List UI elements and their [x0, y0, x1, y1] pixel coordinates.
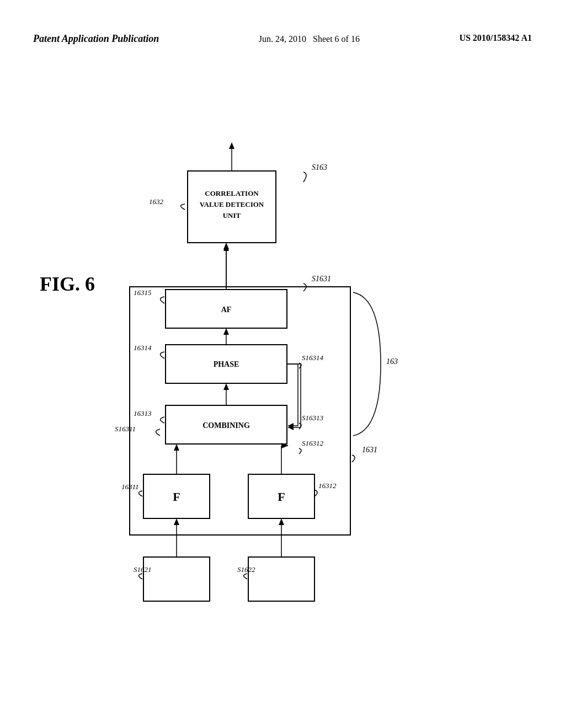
bracket-1632 [181, 204, 185, 210]
label-s1621: S1621 [134, 565, 152, 574]
arrowhead-fleft-combining [174, 444, 179, 451]
header-publication-label: Patent Application Publication [33, 33, 159, 45]
arrowhead-corr-up [229, 142, 234, 149]
label-s1631: S1631 [312, 275, 331, 283]
label-s16315: 16315 [134, 288, 152, 297]
bracket-1631 [352, 455, 355, 462]
bracket-s16311 [156, 429, 161, 436]
bracket-16314 [161, 352, 165, 358]
label-16312-fbox: 16312 [318, 481, 337, 490]
arrowhead-phase-af [223, 328, 229, 335]
bracket-16311 [139, 491, 143, 496]
label-16311: 16311 [121, 483, 139, 491]
arrowhead-combining-phase [223, 383, 229, 390]
label-s1622: S1622 [237, 565, 255, 574]
box-s1621 [143, 557, 210, 601]
header-date: Jun. 24, 2010 [259, 34, 306, 44]
box-phase-label: PHASE [214, 360, 239, 368]
header-date-sheet: Jun. 24, 2010 Sheet 6 of 16 [259, 33, 360, 45]
box-correlation-line1: CORRELATION [205, 189, 259, 197]
bracket-16315 [161, 297, 165, 303]
page: Patent Application Publication Jun. 24, … [0, 0, 565, 728]
box-correlation-line3: UNIT [223, 211, 241, 220]
arrowhead-s1621-f-left [174, 518, 179, 525]
bracket-16313 [161, 417, 165, 423]
label-s16312: S16312 [302, 439, 324, 447]
bracket-s16312 [299, 448, 301, 454]
label-s16314: S16314 [302, 354, 324, 362]
bracket-s1622 [244, 574, 248, 579]
box-f-left-label: F [173, 490, 180, 504]
box-correlation-line2: VALUE DETECION [200, 200, 264, 208]
header-sheet: Sheet 6 of 16 [313, 34, 360, 44]
label-1632: 1632 [149, 197, 164, 206]
header-patent-number: US 2010/158342 A1 [459, 33, 532, 43]
bracket-s163 [303, 172, 306, 182]
label-s16311: S16311 [115, 425, 136, 433]
label-163-main: 163 [386, 357, 398, 366]
box-combining-label: COMBINING [202, 421, 250, 430]
bracket-163 [353, 292, 381, 436]
figure-label: FIG. 6 [40, 270, 95, 296]
bracket-s1621 [139, 574, 143, 579]
arrowhead-s1622-f-right [279, 518, 284, 525]
header: Patent Application Publication Jun. 24, … [0, 33, 565, 45]
label-16314: 16314 [134, 344, 152, 352]
box-f-right-label: F [278, 490, 285, 504]
bracket-s16313 [299, 423, 301, 429]
label-s163: S163 [312, 163, 327, 172]
diagram-svg: F F COMBINING PHASE AF CORRELATION VALUE… [99, 88, 486, 673]
box-af-label: AF [221, 306, 232, 314]
box-s1622 [248, 557, 315, 601]
label-s16313: S16313 [302, 414, 324, 422]
svg-marker-6 [223, 243, 229, 249]
label-1631: 1631 [362, 446, 377, 454]
label-16313: 16313 [134, 409, 152, 417]
